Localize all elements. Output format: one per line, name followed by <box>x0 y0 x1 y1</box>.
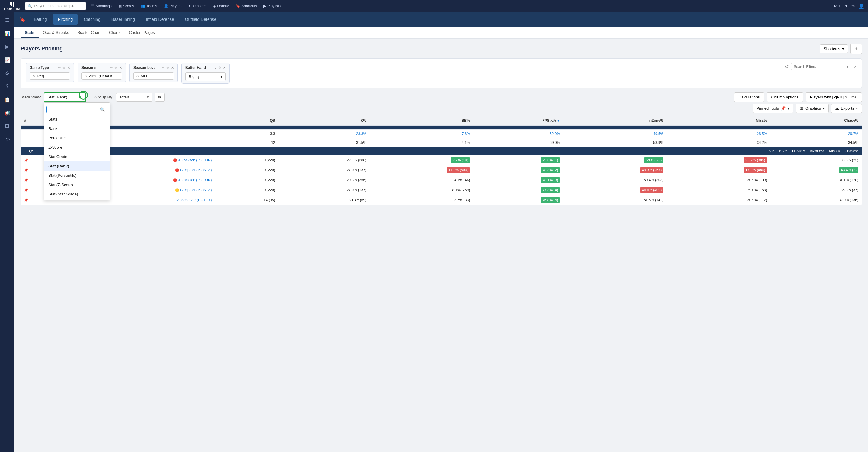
filter-season-level-value[interactable]: ✕ MLB <box>133 72 174 80</box>
player-link[interactable]: G. Speier (P - SEA) <box>180 168 212 172</box>
calculations-button[interactable]: Calculations <box>734 92 765 102</box>
column-options-button[interactable]: Column options <box>767 92 803 102</box>
refresh-icon[interactable]: ↺ <box>785 64 788 69</box>
dropdown-item-stats[interactable]: Stats <box>44 114 110 124</box>
dropdown-search-box[interactable]: 🔍 <box>46 106 107 113</box>
col-qs[interactable]: QS <box>216 116 279 125</box>
nav-league[interactable]: ◈ League <box>210 3 232 9</box>
nav-teams[interactable]: 👥 Teams <box>137 3 160 9</box>
dropdown-item-stat-rank[interactable]: Stat (Rank) <box>44 161 110 171</box>
filter-edit-icon[interactable]: ✏ <box>58 66 61 70</box>
tab-infield-defense[interactable]: Infield Defense <box>141 14 179 25</box>
dropdown-item-zscore[interactable]: Z-Score <box>44 143 110 152</box>
filter-x-icon[interactable]: ✕ <box>32 74 35 78</box>
group-by-dropdown[interactable]: Totals ▾ <box>116 93 152 102</box>
graphics-button[interactable]: ▦ Graphics ▾ <box>796 104 829 113</box>
add-shortcut-button[interactable]: ＋ <box>850 44 862 54</box>
edit-button[interactable]: ✏ <box>155 93 165 102</box>
filter-game-type-header: Game Type ✏ ☆ ✕ <box>30 65 70 70</box>
col-bbpct[interactable]: BB% <box>370 116 473 125</box>
col-inzone[interactable]: InZone% <box>563 116 667 125</box>
sidebar-video-icon[interactable]: ▶ <box>2 41 13 52</box>
stats-view-dropdown[interactable]: Stat (Rank) ▲ <box>44 92 86 102</box>
nav-shortcuts[interactable]: 🔖 Shortcuts <box>233 3 260 9</box>
col-kpct[interactable]: K% <box>279 116 370 125</box>
tab-catching[interactable]: Catching <box>79 14 105 25</box>
col-fpstk[interactable]: FPStk% ▼ <box>473 116 563 125</box>
tab-batting[interactable]: Batting <box>29 14 52 25</box>
nav-scores[interactable]: ▦ Scores <box>115 3 137 9</box>
filter-close-icon[interactable]: ✕ <box>119 66 122 70</box>
sidebar-settings-icon[interactable]: ⚙ <box>2 68 13 79</box>
sidebar-stats-icon[interactable]: 📊 <box>2 28 13 39</box>
player-link[interactable]: J. Jackson (P - TOR) <box>178 158 212 162</box>
sidebar-reports-icon[interactable]: 📋 <box>2 94 13 105</box>
filter-star-icon[interactable]: ☆ <box>62 66 65 70</box>
dropdown-item-stat-percentile[interactable]: Stat (Percentile) <box>44 171 110 180</box>
exports-button[interactable]: ☁ Exports ▾ <box>831 104 862 113</box>
cell-fpstk: 77.3% (4) <box>473 185 563 195</box>
filter-edit-icon[interactable]: ✏ <box>110 66 113 70</box>
player-link[interactable]: M. Scherzer (P - TEX) <box>176 198 212 202</box>
search-filters-input[interactable]: ▾ <box>791 63 851 70</box>
search-filters-field[interactable] <box>794 65 846 69</box>
filter-list-icon[interactable]: ≡ <box>215 66 216 69</box>
filter-close-icon[interactable]: ✕ <box>171 66 174 70</box>
top-controls-row: Stats View: Stat (Rank) ▲ 🔍 Sta <box>21 92 862 102</box>
global-search[interactable]: 🔍 <box>25 2 86 10</box>
cell-inzone: 46.6% (402) <box>563 185 667 195</box>
filter-star-icon[interactable]: ☆ <box>218 66 221 70</box>
filter-star-icon[interactable]: ☆ <box>114 66 117 70</box>
content-tab-stats[interactable]: Stats <box>21 28 39 38</box>
filter-close-icon[interactable]: ✕ <box>223 66 226 70</box>
tab-outfield-defense[interactable]: Outfield Defense <box>180 14 221 25</box>
nav-standings[interactable]: ☰ Standings <box>88 3 115 9</box>
filter-batter-hand-dropdown[interactable]: Righty ▾ <box>185 72 226 81</box>
dropdown-search-input[interactable] <box>49 107 100 112</box>
sidebar-image-icon[interactable]: 🖼 <box>2 121 13 132</box>
content-tab-occ[interactable]: Occ. & Streaks <box>39 28 73 38</box>
content-tab-charts[interactable]: Charts <box>105 28 125 38</box>
bookmark-icon[interactable]: 🔖 <box>19 17 25 22</box>
app-layout: ☰ 📊 ▶ 📈 ⚙ ? 📋 📢 🖼 <> 🔖 Batting Pitching … <box>0 12 868 452</box>
table-row: 📌 🔴 J. Jackson (P - TOR) 0 (220) 20.3% (… <box>21 175 862 185</box>
chevron-down-icon[interactable]: ▾ <box>845 4 847 8</box>
nav-umpires[interactable]: 🏷 Umpires <box>185 3 210 9</box>
dropdown-item-stat-zscore[interactable]: Stat (Z-Score) <box>44 180 110 190</box>
sidebar-broadcast-icon[interactable]: 📢 <box>2 108 13 118</box>
search-filters-chevron[interactable]: ▾ <box>846 64 849 69</box>
sidebar-menu-icon[interactable]: ☰ <box>2 15 13 25</box>
cell-kpct: 30.3% (69) <box>279 195 370 205</box>
user-icon[interactable]: 👤 <box>858 3 864 9</box>
cell-fpstk: 69.0% <box>473 138 563 147</box>
nav-playlists[interactable]: ▶ Playlists <box>260 3 284 9</box>
filter-star-icon[interactable]: ☆ <box>166 66 169 70</box>
filter-x-icon[interactable]: ✕ <box>84 74 87 78</box>
filter-close-icon[interactable]: ✕ <box>67 66 70 70</box>
nav-players[interactable]: 👤 Players <box>161 3 185 9</box>
sidebar-charts-icon[interactable]: 📈 <box>2 54 13 65</box>
sidebar-code-icon[interactable]: <> <box>2 134 13 145</box>
col-miss[interactable]: Miss% <box>667 116 771 125</box>
dropdown-item-stat-statgrade[interactable]: Stat (Stat Grade) <box>44 190 110 199</box>
content-tab-custom[interactable]: Custom Pages <box>125 28 159 38</box>
search-input[interactable] <box>34 4 83 8</box>
collapse-filters-button[interactable]: ∧ <box>854 64 857 69</box>
tab-baserunning[interactable]: Baserunning <box>106 14 140 25</box>
content-tab-scatter[interactable]: Scatter Chart <box>73 28 105 38</box>
player-link[interactable]: G. Speier (P - SEA) <box>180 188 212 192</box>
pinned-tools-button[interactable]: Pinned Tools 📌 ▾ <box>753 104 794 113</box>
filter-edit-icon[interactable]: ✏ <box>162 66 164 70</box>
filter-x-icon[interactable]: ✕ <box>136 74 139 78</box>
tab-pitching[interactable]: Pitching <box>53 14 78 25</box>
sidebar-help-icon[interactable]: ? <box>2 81 13 92</box>
player-link[interactable]: J. Jackson (P - TOR) <box>178 178 212 182</box>
dropdown-item-percentile[interactable]: Percentile <box>44 133 110 143</box>
col-chase[interactable]: Chase% <box>771 116 862 125</box>
dropdown-item-statgrade[interactable]: Stat Grade <box>44 152 110 161</box>
filter-game-type-value[interactable]: ✕ Reg <box>30 72 70 80</box>
players-filter-button[interactable]: Players with [P|PIT] >= 250 <box>806 92 862 102</box>
shortcuts-button[interactable]: Shortcuts ▾ <box>820 45 848 53</box>
dropdown-item-rank[interactable]: Rank <box>44 124 110 133</box>
filter-seasons-value[interactable]: ✕ 2023 (Default) <box>82 72 122 80</box>
